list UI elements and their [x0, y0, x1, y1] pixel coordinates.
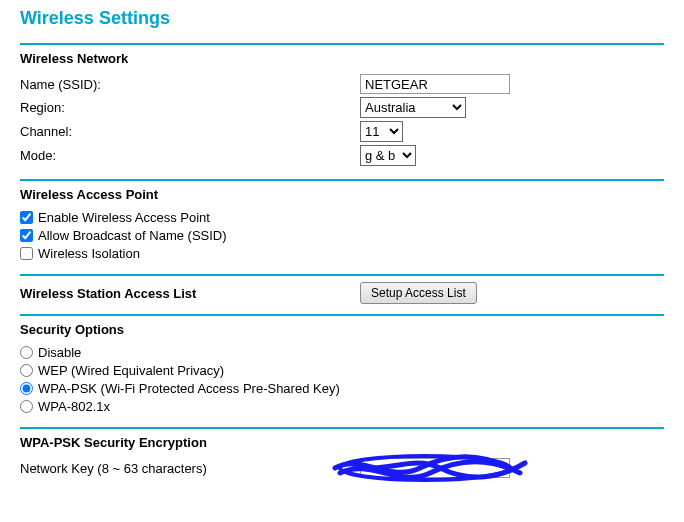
security-wpapsk-radio[interactable]	[20, 382, 33, 395]
security-wpa8021x-label: WPA-802.1x	[38, 399, 110, 414]
broadcast-ssid-label: Allow Broadcast of Name (SSID)	[38, 228, 227, 243]
wireless-isolation-checkbox[interactable]	[20, 247, 33, 260]
broadcast-ssid-checkbox[interactable]	[20, 229, 33, 242]
mode-select[interactable]: g & b	[360, 145, 416, 166]
security-disable-radio[interactable]	[20, 346, 33, 359]
security-options-heading: Security Options	[20, 322, 664, 337]
channel-select[interactable]: 11	[360, 121, 403, 142]
wpapsk-heading: WPA-PSK Security Encryption	[20, 435, 664, 450]
security-wpapsk-label: WPA-PSK (Wi-Fi Protected Access Pre-Shar…	[38, 381, 340, 396]
page-title: Wireless Settings	[20, 8, 664, 29]
wireless-isolation-label: Wireless Isolation	[38, 246, 140, 261]
enable-ap-label: Enable Wireless Access Point	[38, 210, 210, 225]
network-key-label: Network Key (8 ~ 63 characters)	[20, 461, 360, 476]
network-key-input[interactable]	[360, 458, 510, 478]
enable-ap-checkbox[interactable]	[20, 211, 33, 224]
security-wep-radio[interactable]	[20, 364, 33, 377]
ssid-label: Name (SSID):	[20, 77, 360, 92]
region-label: Region:	[20, 100, 360, 115]
region-select[interactable]: Australia	[360, 97, 466, 118]
setup-access-list-button[interactable]: Setup Access List	[360, 282, 477, 304]
channel-label: Channel:	[20, 124, 360, 139]
wireless-network-heading: Wireless Network	[20, 51, 664, 66]
ssid-input[interactable]	[360, 74, 510, 94]
security-disable-label: Disable	[38, 345, 81, 360]
access-list-heading: Wireless Station Access List	[20, 286, 360, 301]
wireless-ap-heading: Wireless Access Point	[20, 187, 664, 202]
security-wep-label: WEP (Wired Equivalent Privacy)	[38, 363, 224, 378]
mode-label: Mode:	[20, 148, 360, 163]
security-wpa8021x-radio[interactable]	[20, 400, 33, 413]
